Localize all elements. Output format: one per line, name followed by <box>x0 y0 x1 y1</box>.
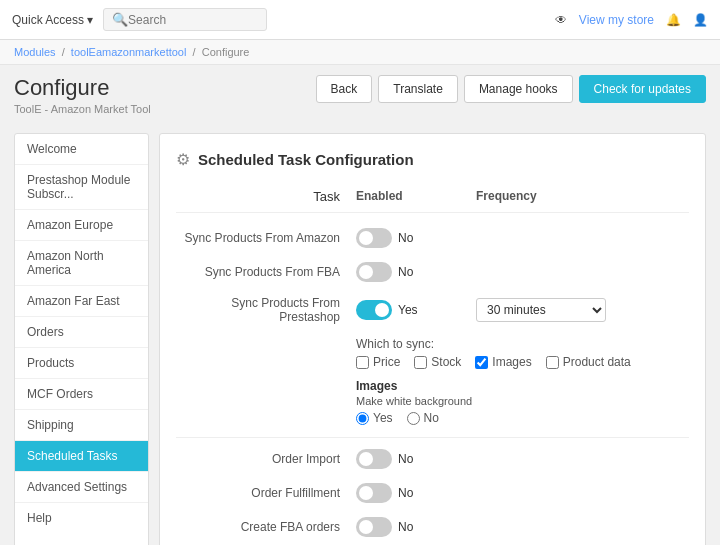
sidebar-item-amazon-far[interactable]: Amazon Far East <box>15 286 148 317</box>
task-enabled-sync-prestashop: Yes <box>356 300 476 320</box>
header-buttons: Back Translate Manage hooks Check for up… <box>316 75 706 103</box>
toggle-order-import[interactable] <box>356 449 392 469</box>
section-divider <box>176 437 689 438</box>
task-enabled-order-fulfillment: No <box>356 483 476 503</box>
images-no-option[interactable]: No <box>407 411 439 425</box>
sync-product-data-checkbox[interactable] <box>546 356 559 369</box>
sidebar-item-help[interactable]: Help <box>15 503 148 533</box>
manage-hooks-button[interactable]: Manage hooks <box>464 75 573 103</box>
sync-images-option[interactable]: Images <box>475 355 531 369</box>
topbar-left: Quick Access ▾ 🔍 <box>12 8 267 31</box>
images-radio-row: Yes No <box>356 411 689 425</box>
page-title: Configure <box>14 75 151 101</box>
sync-prestashop-status: Yes <box>398 303 418 317</box>
task-label-sync-amazon: Sync Products From Amazon <box>176 231 356 245</box>
breadcrumb: Modules / toolEamazonmarkettool / Config… <box>0 40 720 65</box>
toggle-sync-amazon-slider <box>356 228 392 248</box>
task-label-sync-prestashop: Sync Products From Prestashop <box>176 296 356 324</box>
toggle-sync-prestashop-slider <box>356 300 392 320</box>
sidebar-item-mcf[interactable]: MCF Orders <box>15 379 148 410</box>
search-input[interactable] <box>128 13 258 27</box>
task-row-sync-prestashop: Sync Products From Prestashop Yes 30 min… <box>176 289 689 331</box>
toggle-sync-prestashop[interactable] <box>356 300 392 320</box>
order-import-status: No <box>398 452 413 466</box>
sync-fba-status: No <box>398 265 413 279</box>
translate-button[interactable]: Translate <box>378 75 458 103</box>
sync-checkboxes: Price Stock Images Product data <box>356 355 689 369</box>
which-to-sync-label: Which to sync: <box>356 337 689 351</box>
toggle-order-import-slider <box>356 449 392 469</box>
col-task-header: Task <box>176 189 356 204</box>
toggle-sync-amazon[interactable] <box>356 228 392 248</box>
task-row-order-import: Order Import No <box>176 442 689 476</box>
sidebar-item-scheduled[interactable]: Scheduled Tasks <box>15 441 148 472</box>
frequency-select[interactable]: 30 minutes 15 minutes 1 hour 2 hours 6 h… <box>476 298 606 322</box>
sync-images-checkbox[interactable] <box>475 356 488 369</box>
task-row-sync-fba: Sync Products From FBA No <box>176 255 689 289</box>
sync-stock-option[interactable]: Stock <box>414 355 461 369</box>
topbar: Quick Access ▾ 🔍 👁 View my store 🔔 👤 <box>0 0 720 40</box>
breadcrumb-tool[interactable]: toolEamazonmarkettool <box>71 46 187 58</box>
breadcrumb-modules[interactable]: Modules <box>14 46 56 58</box>
sync-price-checkbox[interactable] <box>356 356 369 369</box>
page-title-block: Configure ToolE - Amazon Market Tool <box>14 75 151 115</box>
sync-product-data-label: Product data <box>563 355 631 369</box>
toggle-sync-fba[interactable] <box>356 262 392 282</box>
user-icon[interactable]: 👤 <box>693 13 708 27</box>
content-panel: ⚙ Scheduled Task Configuration Task Enab… <box>159 133 706 545</box>
sidebar-item-welcome[interactable]: Welcome <box>15 134 148 165</box>
toggle-order-fulfillment-slider <box>356 483 392 503</box>
sidebar-item-orders[interactable]: Orders <box>15 317 148 348</box>
col-frequency-header: Frequency <box>476 189 656 204</box>
view-store-link[interactable]: View my store <box>579 13 654 27</box>
check-updates-button[interactable]: Check for updates <box>579 75 706 103</box>
sidebar-item-shipping[interactable]: Shipping <box>15 410 148 441</box>
sidebar-item-amazon-europe[interactable]: Amazon Europe <box>15 210 148 241</box>
sidebar-item-products[interactable]: Products <box>15 348 148 379</box>
sidebar-item-amazon-north[interactable]: Amazon North America <box>15 241 148 286</box>
task-enabled-sync-amazon: No <box>356 228 476 248</box>
sync-images-label: Images <box>492 355 531 369</box>
sync-price-label: Price <box>373 355 400 369</box>
quick-access-label: Quick Access <box>12 13 84 27</box>
topbar-right: 👁 View my store 🔔 👤 <box>555 13 708 27</box>
bell-icon[interactable]: 🔔 <box>666 13 681 27</box>
sidebar-item-advanced[interactable]: Advanced Settings <box>15 472 148 503</box>
back-button[interactable]: Back <box>316 75 373 103</box>
images-yes-radio[interactable] <box>356 412 369 425</box>
images-no-radio[interactable] <box>407 412 420 425</box>
sync-product-data-option[interactable]: Product data <box>546 355 631 369</box>
search-box[interactable]: 🔍 <box>103 8 267 31</box>
task-label-sync-fba: Sync Products From FBA <box>176 265 356 279</box>
toggle-order-fulfillment[interactable] <box>356 483 392 503</box>
task-column-headers: Task Enabled Frequency <box>176 185 689 213</box>
sidebar-item-prestashop[interactable]: Prestashop Module Subscr... <box>15 165 148 210</box>
task-label-order-fulfillment: Order Fulfillment <box>176 486 356 500</box>
task-frequency-prestashop: 30 minutes 15 minutes 1 hour 2 hours 6 h… <box>476 298 676 322</box>
sync-stock-label: Stock <box>431 355 461 369</box>
task-row-sync-amazon: Sync Products From Amazon No <box>176 221 689 255</box>
task-label-order-import: Order Import <box>176 452 356 466</box>
section-title: Scheduled Task Configuration <box>198 151 414 168</box>
images-subtitle: Make white background <box>356 395 689 407</box>
which-to-sync-section: Which to sync: Price Stock Images Produc… <box>356 331 689 373</box>
content-header: ⚙ Scheduled Task Configuration <box>176 150 689 169</box>
chevron-down-icon: ▾ <box>87 13 93 27</box>
task-row-order-fulfillment: Order Fulfillment No <box>176 476 689 510</box>
page-subtitle: ToolE - Amazon Market Tool <box>14 103 151 115</box>
page-header: Configure ToolE - Amazon Market Tool Bac… <box>0 65 720 123</box>
task-row-create-fba: Create FBA orders No <box>176 510 689 544</box>
images-yes-label: Yes <box>373 411 393 425</box>
create-fba-status: No <box>398 520 413 534</box>
sync-stock-checkbox[interactable] <box>414 356 427 369</box>
sync-amazon-status: No <box>398 231 413 245</box>
sync-price-option[interactable]: Price <box>356 355 400 369</box>
images-title: Images <box>356 379 689 393</box>
gear-icon: ⚙ <box>176 150 190 169</box>
toggle-create-fba[interactable] <box>356 517 392 537</box>
task-enabled-create-fba: No <box>356 517 476 537</box>
images-yes-option[interactable]: Yes <box>356 411 393 425</box>
toggle-sync-fba-slider <box>356 262 392 282</box>
images-no-label: No <box>424 411 439 425</box>
quick-access-menu[interactable]: Quick Access ▾ <box>12 13 93 27</box>
